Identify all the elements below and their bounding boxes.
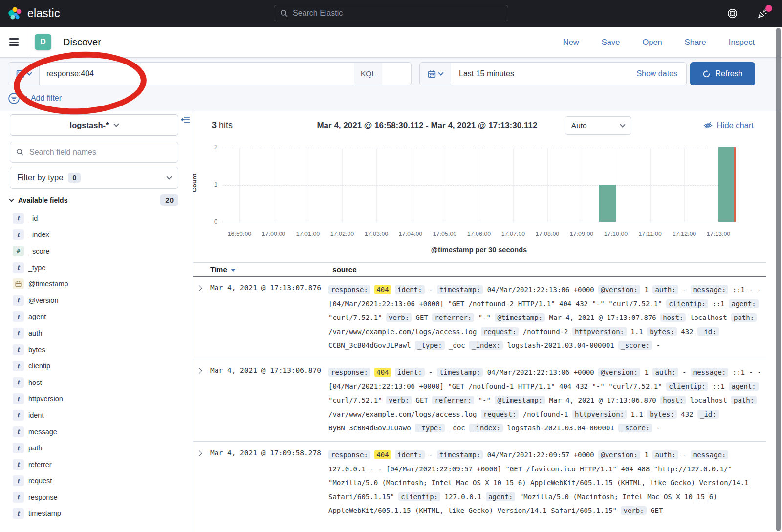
global-header: elastic Search Elastic	[0, 0, 782, 27]
field-name-chip: bytes:	[647, 410, 677, 419]
notification-dot	[765, 5, 772, 12]
field-item-_index[interactable]: t_index	[13, 227, 188, 243]
sort-desc-icon	[231, 269, 236, 272]
filter-count-badge: 0	[68, 173, 81, 183]
field-item-referrer[interactable]: treferrer	[13, 456, 188, 473]
field-name-chip: bytes:	[647, 327, 677, 336]
x-tick-label: 17:06:00	[467, 231, 491, 237]
nav-link-inspect[interactable]: Inspect	[729, 38, 755, 47]
expand-row-icon[interactable]	[196, 368, 202, 373]
field-name-chip: _index:	[469, 424, 503, 432]
index-pattern-selector[interactable]: logstash-*	[10, 114, 178, 136]
highlighted-value: 404	[374, 285, 391, 294]
field-item-timestamp[interactable]: ttimestamp	[13, 506, 188, 522]
current-time-marker	[734, 147, 736, 222]
field-name-chip: httpversion:	[572, 410, 627, 419]
x-tick-label: 17:07:00	[501, 231, 525, 237]
field-name-chip: agent:	[729, 382, 759, 391]
elastic-logo: elastic	[0, 6, 60, 21]
announcements-icon[interactable]	[757, 8, 768, 20]
time-column-header[interactable]: Time	[210, 265, 328, 274]
doc-time: Mar 4, 2021 @ 17:13:07.876	[210, 283, 328, 353]
field-item-path[interactable]: tpath	[13, 440, 188, 456]
field-item-message[interactable]: tmessage	[13, 424, 188, 440]
date-quick-select-button[interactable]	[420, 63, 451, 85]
available-fields-header[interactable]: Available fields 20	[10, 194, 178, 206]
field-name-chip: auth:	[652, 285, 678, 294]
saved-query-menu-button[interactable]	[8, 63, 40, 85]
time-range-value[interactable]: Last 15 minutes	[459, 69, 514, 78]
query-input[interactable]: response:404	[40, 63, 354, 85]
field-name: referrer	[28, 461, 52, 468]
table-header: Time _source	[193, 262, 766, 277]
field-type-text-icon: t	[13, 213, 24, 224]
refresh-button[interactable]: Refresh	[690, 62, 755, 85]
field-item-_id[interactable]: t_id	[13, 210, 188, 227]
menu-icon[interactable]	[0, 27, 28, 58]
field-item-request[interactable]: trequest	[13, 473, 188, 489]
help-icon[interactable]	[726, 8, 738, 20]
filter-by-type-select[interactable]: Filter by type 0	[10, 167, 178, 189]
field-name-chip: httpversion:	[572, 327, 627, 336]
field-item-_score[interactable]: #_score	[13, 243, 188, 259]
expand-row-icon[interactable]	[196, 450, 202, 456]
filter-icon[interactable]	[8, 92, 20, 105]
collapse-sidebar-icon[interactable]	[181, 115, 190, 124]
available-fields-label: Available fields	[18, 196, 67, 204]
doc-row: Mar 4, 2021 @ 17:13:06.870response: 404 …	[193, 359, 766, 441]
expand-row-icon[interactable]	[196, 285, 202, 291]
histogram-bar[interactable]	[599, 185, 616, 222]
field-name-chip: ident:	[395, 285, 425, 294]
field-type-text-icon: t	[13, 229, 24, 240]
add-filter-link[interactable]: + Add filter	[24, 94, 62, 103]
field-name-chip: clientip:	[666, 299, 708, 308]
nav-link-share[interactable]: Share	[685, 38, 706, 47]
x-tick-label: 17:09:00	[570, 231, 594, 237]
field-item-@version[interactable]: t@version	[13, 292, 188, 309]
field-name: _id	[28, 214, 38, 222]
field-item-agent[interactable]: tagent	[13, 309, 188, 325]
field-type-text-icon: t	[13, 475, 24, 486]
x-tick-label: 17:12:00	[673, 231, 696, 237]
field-item-response[interactable]: tresponse	[13, 489, 188, 506]
field-type-text-icon: t	[13, 508, 24, 519]
show-dates-link[interactable]: Show dates	[636, 69, 678, 78]
nav-link-open[interactable]: Open	[642, 38, 662, 47]
hide-chart-button[interactable]: Hide chart	[703, 121, 754, 130]
nav-link-new[interactable]: New	[563, 38, 579, 47]
field-name-chip: host:	[660, 396, 686, 404]
nav-link-save[interactable]: Save	[602, 38, 620, 47]
highlighted-value: 404	[374, 450, 391, 459]
field-item-host[interactable]: thost	[13, 374, 188, 391]
field-name-chip: @timestamp:	[495, 396, 545, 404]
y-tick-label: 0	[207, 218, 217, 225]
refresh-icon	[702, 70, 711, 78]
global-search-input[interactable]: Search Elastic	[274, 5, 508, 21]
interval-select[interactable]: Auto	[565, 116, 631, 135]
field-item-bytes[interactable]: tbytes	[13, 341, 188, 358]
field-type-text-icon: t	[13, 328, 24, 339]
field-search-input[interactable]: Search field names	[10, 142, 178, 163]
page-title: Discover	[63, 37, 101, 48]
field-type-text-icon: t	[13, 492, 24, 503]
field-item-@timestamp[interactable]: @timestamp	[13, 276, 188, 292]
search-icon	[280, 9, 288, 18]
index-pattern-name: logstash-*	[70, 121, 109, 130]
query-language-button[interactable]: KQL	[354, 63, 382, 85]
field-item-clientip[interactable]: tclientip	[13, 358, 188, 374]
calendar-icon	[428, 70, 436, 78]
field-type-date-icon	[13, 278, 24, 289]
field-search-placeholder: Search field names	[29, 148, 96, 157]
histogram-plot-area	[222, 148, 736, 222]
discover-app-badge: D	[35, 34, 51, 50]
histogram-bar[interactable]	[718, 147, 736, 222]
field-name-chip: verb:	[386, 313, 412, 322]
field-item-_type[interactable]: t_type	[13, 259, 188, 276]
field-item-auth[interactable]: tauth	[13, 325, 188, 341]
field-type-text-icon: t	[13, 361, 24, 371]
field-name: @version	[28, 297, 58, 304]
field-item-ident[interactable]: tident	[13, 407, 188, 424]
vertical-scrollbar[interactable]	[776, 28, 781, 531]
x-tick-label: 17:08:00	[536, 231, 560, 237]
field-item-httpversion[interactable]: thttpversion	[13, 391, 188, 407]
